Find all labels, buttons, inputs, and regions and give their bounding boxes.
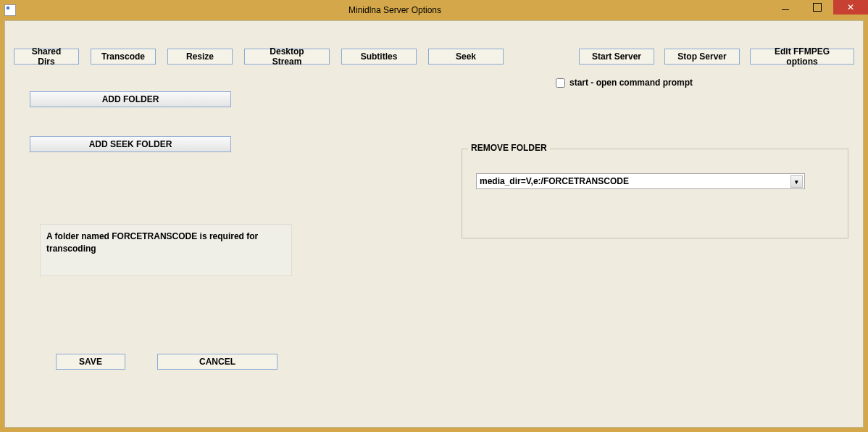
window-title: Minidlna Server Options xyxy=(20,5,769,15)
chevron-down-icon[interactable]: ▾ xyxy=(790,175,803,188)
client-area: Shared Dirs Transcode Resize Desktop Str… xyxy=(4,20,864,428)
titlebar: Minidlna Server Options xyxy=(0,0,868,20)
seek-button[interactable]: Seek xyxy=(428,49,504,65)
maximize-button[interactable] xyxy=(801,0,833,14)
start-open-cmd-label: start - open command prompt xyxy=(569,78,693,88)
remove-folder-label: REMOVE FOLDER xyxy=(468,143,550,153)
remove-folder-selected: media_dir=V,e:/FORCETRANSCODE xyxy=(480,176,629,186)
stop-server-button[interactable]: Stop Server xyxy=(664,49,740,65)
minimize-button[interactable] xyxy=(769,0,801,14)
cancel-button[interactable]: CANCEL xyxy=(157,354,277,370)
save-button[interactable]: SAVE xyxy=(56,354,125,370)
subtitles-button[interactable]: Subtitles xyxy=(341,49,417,65)
edit-ffmpeg-button[interactable]: Edit FFMPEG options xyxy=(750,49,854,65)
app-icon xyxy=(4,4,16,16)
start-open-cmd-checkbox[interactable] xyxy=(556,78,565,88)
add-seek-folder-button[interactable]: ADD SEEK FOLDER xyxy=(30,136,231,152)
start-server-button[interactable]: Start Server xyxy=(579,49,654,65)
remove-folder-group: REMOVE FOLDER xyxy=(462,149,848,238)
remove-folder-combobox[interactable]: media_dir=V,e:/FORCETRANSCODE ▾ xyxy=(476,173,805,189)
add-folder-button[interactable]: ADD FOLDER xyxy=(30,91,231,107)
info-text: A folder named FORCETRANSCODE is require… xyxy=(40,224,292,276)
resize-button[interactable]: Resize xyxy=(167,49,233,65)
close-button[interactable] xyxy=(833,0,868,14)
shared-dirs-button[interactable]: Shared Dirs xyxy=(14,49,79,65)
desktop-stream-button[interactable]: Desktop Stream xyxy=(244,49,330,65)
transcode-button[interactable]: Transcode xyxy=(91,49,156,65)
